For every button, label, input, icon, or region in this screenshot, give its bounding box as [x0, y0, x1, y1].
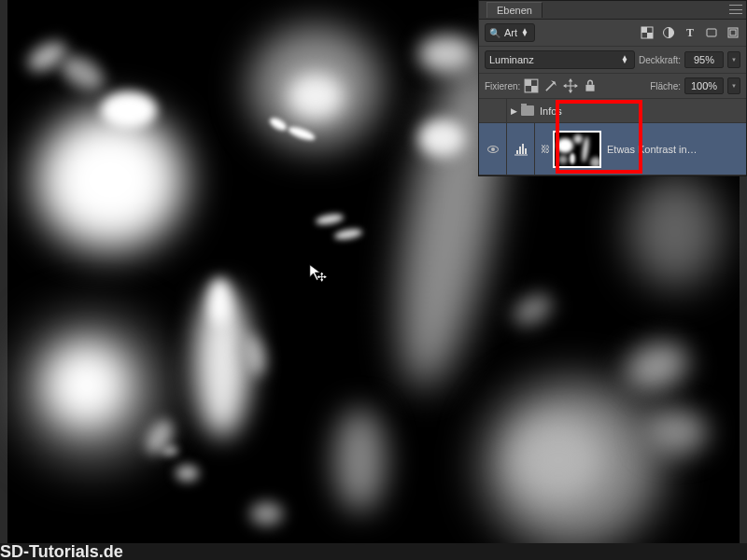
lock-position-icon[interactable] [563, 78, 578, 93]
svg-rect-18 [525, 148, 527, 154]
mask-blob [418, 35, 474, 73]
disclosure-triangle-icon[interactable]: ▶ [511, 106, 517, 116]
mask-blob [642, 409, 708, 455]
svg-rect-17 [522, 144, 524, 154]
svg-rect-8 [730, 30, 736, 35]
svg-rect-6 [707, 29, 716, 36]
mask-blob [288, 73, 344, 119]
select-arrows-icon: ▲▼ [621, 56, 628, 63]
filter-row: 🔍 Art ▲▼ T [479, 20, 746, 47]
frame-bottom: SD-Tutorials.de [0, 543, 747, 560]
lock-all-icon[interactable] [583, 78, 598, 93]
layer-name[interactable]: Infos [540, 105, 562, 117]
svg-rect-11 [531, 86, 538, 92]
filter-type-icon[interactable]: T [683, 25, 698, 40]
mask-blob [176, 465, 199, 482]
mask-thumb-wrap[interactable]: ⛓ [541, 131, 601, 168]
fill-value[interactable]: 100% [684, 77, 724, 94]
adjustment-thumb[interactable] [507, 123, 535, 175]
eye-icon [487, 146, 499, 153]
blend-opacity-row: Luminanz ▲▼ Deckkraft: 95% ▼ [479, 47, 746, 74]
blendmode-select[interactable]: Luminanz ▲▼ [485, 50, 635, 69]
svg-rect-14 [586, 85, 595, 91]
filter-label: Art [504, 27, 517, 38]
filter-shape-icon[interactable] [704, 25, 719, 40]
svg-rect-15 [516, 150, 518, 154]
filter-smartobject-icon[interactable] [726, 25, 740, 40]
select-arrows-icon: ▲▼ [521, 29, 529, 36]
layer-group-row[interactable]: ▶ Infos [479, 99, 746, 123]
opacity-value[interactable]: 95% [684, 51, 724, 68]
svg-rect-16 [519, 147, 521, 154]
filter-type-select[interactable]: 🔍 Art ▲▼ [485, 23, 535, 42]
lock-label: Fixieren: [485, 81, 520, 91]
mask-blob [512, 418, 605, 502]
filter-adjustment-icon[interactable] [661, 25, 676, 40]
panel-tab-bar: Ebenen [479, 1, 746, 20]
lock-fill-row: Fixieren: Fläche: 100% ▼ [479, 74, 746, 99]
mask-blob [418, 119, 465, 157]
fill-stepper[interactable]: ▼ [727, 77, 740, 94]
svg-rect-3 [641, 27, 647, 33]
mask-blob [508, 288, 557, 332]
layers-panel: Ebenen 🔍 Art ▲▼ T Luminanz ▲▼ Deckkraft:… [478, 0, 747, 176]
mask-blob [35, 110, 185, 250]
layer-adjustment-row[interactable]: ⛓ Etwas Kontrast in… [479, 123, 746, 175]
mask-blob [333, 227, 362, 241]
layer-name[interactable]: Etwas Kontrast in… [607, 144, 746, 155]
fill-label[interactable]: Fläche: [650, 81, 681, 91]
watermark: SD-Tutorials.de [0, 542, 123, 560]
folder-icon [521, 105, 534, 116]
panel-menu-icon[interactable] [729, 5, 742, 14]
layer-mask-thumbnail[interactable] [553, 131, 601, 168]
mask-blob [618, 334, 696, 400]
mask-blob [45, 343, 129, 427]
frame-left [0, 0, 7, 560]
svg-rect-4 [647, 33, 653, 38]
visibility-toggle[interactable] [479, 99, 507, 122]
mask-blob [628, 175, 722, 287]
lock-pixels-icon[interactable] [543, 78, 558, 93]
mask-blob [162, 446, 178, 455]
mask-blob [334, 409, 386, 511]
opacity-stepper[interactable]: ▼ [727, 51, 740, 68]
blendmode-value: Luminanz [489, 54, 534, 65]
panel-title[interactable]: Ebenen [486, 2, 543, 18]
levels-icon [513, 141, 529, 158]
opacity-label[interactable]: Deckkraft: [639, 55, 681, 65]
search-icon: 🔍 [489, 28, 500, 38]
mask-blob [250, 502, 283, 525]
visibility-toggle[interactable] [479, 123, 507, 175]
link-icon[interactable]: ⛓ [541, 144, 550, 154]
mask-blob [315, 212, 344, 226]
svg-rect-10 [526, 79, 532, 86]
lock-transparency-icon[interactable] [524, 78, 539, 93]
mask-blob [101, 91, 157, 129]
mask-blob [208, 278, 232, 325]
filter-pixel-icon[interactable] [640, 25, 655, 40]
